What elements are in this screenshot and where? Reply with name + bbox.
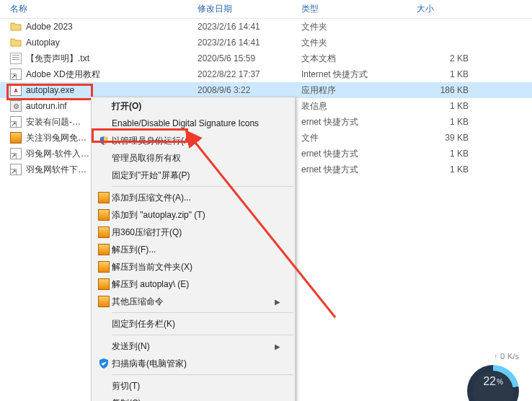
file-size: 1 KB <box>417 117 474 127</box>
file-row[interactable]: Adobe XD使用教程2022/8/22 17:37Internet 快捷方式… <box>0 66 532 82</box>
menu-item-label: 添加到 "autoplay.zip" (T) <box>112 209 280 221</box>
file-name: autoplay.exe <box>26 85 74 95</box>
file-name: autorun.inf <box>26 101 67 111</box>
menu-item-label: 其他压缩命令 <box>112 296 275 308</box>
file-name: 羽兔网软件下… <box>26 164 87 176</box>
menu-item-label: 剪切(T) <box>112 380 280 392</box>
speed-unit: K/s <box>507 352 519 361</box>
menu-separator <box>112 335 293 335</box>
context-menu: 打开(O)Enable/Disable Digital Signature Ic… <box>91 97 296 401</box>
menu-item-label: 扫描病毒(电脑管家) <box>112 358 280 370</box>
archive-icon <box>98 278 110 290</box>
scan-icon <box>98 358 110 369</box>
folder-icon <box>10 21 22 32</box>
file-name: Adobe 2023 <box>26 22 73 32</box>
file-type: 文本文档 <box>301 53 417 65</box>
file-name: 羽兔网-软件入… <box>26 148 89 160</box>
menu-item-label: 打开(O) <box>112 100 280 113</box>
file-type: ernet 快捷方式 <box>301 148 417 160</box>
file-type: ernet 快捷方式 <box>301 164 417 176</box>
menu-item[interactable]: Enable/Disable Digital Signature Icons <box>92 115 295 132</box>
menu-item-label: 复制(C) <box>112 397 280 402</box>
file-date: 2022/8/22 17:37 <box>198 69 301 79</box>
menu-item[interactable]: 用360压缩打开(Q) <box>92 224 295 241</box>
network-speed: ↑ 0 K/s <box>494 352 519 361</box>
file-type: 文件夹 <box>301 37 417 49</box>
file-size: 186 KB <box>417 85 474 95</box>
archive-icon <box>98 261 110 273</box>
file-type: 应用程序 <box>301 84 417 97</box>
menu-item[interactable]: 解压到 autoplay\ (E) <box>92 276 295 293</box>
file-size: 2 KB <box>417 53 474 63</box>
file-date: 2023/2/16 14:41 <box>198 38 301 48</box>
archive-icon <box>10 132 22 144</box>
performance-gauge[interactable]: 22% <box>467 362 519 397</box>
menu-separator <box>112 312 293 313</box>
file-name: 【免责声明】.txt <box>26 53 89 65</box>
file-size: 1 KB <box>417 164 474 175</box>
archive-icon <box>98 192 110 203</box>
menu-item[interactable]: 发送到(N)▶ <box>92 338 295 355</box>
file-row[interactable]: Aautoplay.exe2008/9/6 3:22应用程序186 KB <box>0 82 532 98</box>
file-name: 关注羽兔网免… <box>26 132 87 144</box>
header-date[interactable]: 修改日期 <box>198 3 301 15</box>
menu-item[interactable]: 添加到 "autoplay.zip" (T) <box>92 206 295 224</box>
column-headers: 名称 修改日期 类型 大小 <box>0 0 532 19</box>
archive-icon <box>98 296 110 307</box>
menu-item-label: 固定到"开始"屏幕(P) <box>112 169 280 182</box>
menu-item-label: 以管理员身份运行(A) <box>112 135 280 147</box>
archive-icon <box>98 244 110 255</box>
file-size: 1 KB <box>417 101 474 111</box>
file-date: 2020/5/6 15:59 <box>198 53 301 63</box>
menu-separator <box>112 186 293 187</box>
archive-icon <box>98 226 110 238</box>
menu-separator <box>112 374 293 375</box>
menu-item[interactable]: 打开(O) <box>92 97 295 115</box>
text-file-icon <box>10 53 22 64</box>
gauge-value: 22 <box>483 375 496 388</box>
file-size: 39 KB <box>417 133 474 143</box>
menu-item[interactable]: 固定到"开始"屏幕(P) <box>92 167 295 184</box>
menu-item-label: 固定到任务栏(K) <box>112 318 280 330</box>
menu-item[interactable]: 固定到任务栏(K) <box>92 315 295 332</box>
file-type: Internet 快捷方式 <box>301 69 417 81</box>
file-name: Adobe XD使用教程 <box>26 69 100 81</box>
menu-item[interactable]: 管理员取得所有权 <box>92 149 295 167</box>
menu-item-label: Enable/Disable Digital Signature Icons <box>112 118 280 128</box>
file-type: 文件 <box>301 132 417 144</box>
upload-icon: ↑ <box>494 353 497 360</box>
header-type[interactable]: 类型 <box>301 3 417 15</box>
file-size: 1 KB <box>417 149 474 159</box>
menu-item-label: 发送到(N) <box>112 340 275 353</box>
menu-item[interactable]: 添加到压缩文件(A)... <box>92 189 295 206</box>
header-size[interactable]: 大小 <box>417 3 474 15</box>
gauge-percent: % <box>497 378 503 386</box>
file-date: 2008/9/6 3:22 <box>198 85 301 95</box>
submenu-arrow-icon: ▶ <box>275 298 280 306</box>
menu-item[interactable]: 解压到(F)... <box>92 241 295 258</box>
menu-item[interactable]: 以管理员身份运行(A) <box>92 132 295 149</box>
file-row[interactable]: Autoplay2023/2/16 14:41文件夹 <box>0 35 532 50</box>
file-type: 文件夹 <box>301 21 417 33</box>
menu-item[interactable]: 解压到当前文件夹(X) <box>92 258 295 276</box>
shortcut-icon <box>10 69 22 80</box>
menu-item-label: 解压到(F)... <box>112 244 280 256</box>
menu-item[interactable]: 复制(C) <box>92 395 295 401</box>
file-size: 1 KB <box>417 69 474 79</box>
archive-icon <box>98 209 110 221</box>
menu-item-label: 解压到当前文件夹(X) <box>112 261 280 273</box>
menu-item[interactable]: 其他压缩命令▶ <box>92 293 295 310</box>
adobe-exe-icon: A <box>10 84 22 96</box>
shortcut-icon <box>10 148 22 159</box>
file-row[interactable]: 【免责声明】.txt2020/5/6 15:59文本文档2 KB <box>0 50 532 66</box>
menu-item-label: 用360压缩打开(Q) <box>112 226 280 239</box>
menu-item[interactable]: 扫描病毒(电脑管家) <box>92 355 295 372</box>
speed-value: 0 <box>500 352 505 361</box>
menu-item[interactable]: 剪切(T) <box>92 377 295 395</box>
inf-file-icon <box>10 100 22 112</box>
submenu-arrow-icon: ▶ <box>275 343 280 351</box>
menu-item-label: 管理员取得所有权 <box>112 152 280 164</box>
file-row[interactable]: Adobe 20232023/2/16 14:41文件夹 <box>0 19 532 35</box>
header-name[interactable]: 名称 <box>10 3 198 15</box>
menu-item-label: 添加到压缩文件(A)... <box>112 192 280 204</box>
